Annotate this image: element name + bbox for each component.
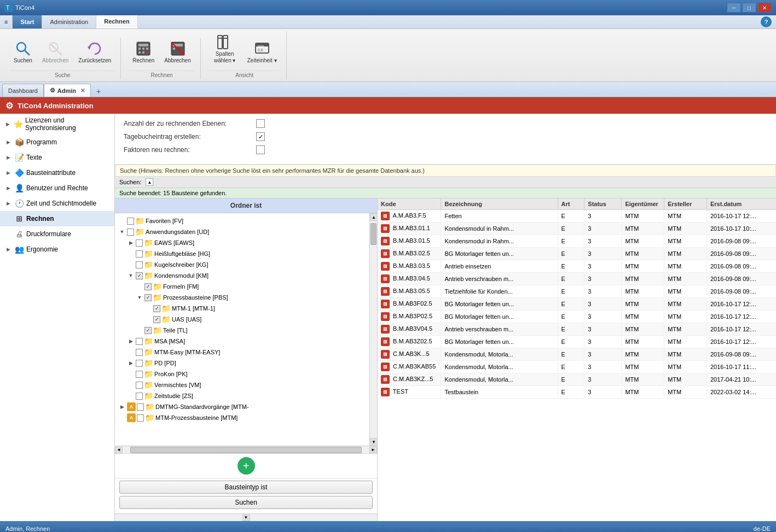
tagebuch-checkbox[interactable]: ✓ xyxy=(256,132,265,141)
cell-code[interactable]: ⊞ B.M.AB3F02.5 xyxy=(378,298,441,310)
check-dmtmg[interactable] xyxy=(137,404,144,411)
table-row[interactable]: ⊞ B.M.AB3V04.5 Antrieb verschrauben m...… xyxy=(378,323,776,336)
check-msa[interactable] xyxy=(136,338,143,345)
table-row[interactable]: ⊞ B.M.AB3P02.5 BG Motorlager fetten un..… xyxy=(378,311,776,323)
sidebar-item-rechnen[interactable]: ▶ ⊞ Rechnen xyxy=(0,211,114,226)
expand-vermischtes[interactable] xyxy=(127,381,135,389)
tree-item-formeln[interactable]: ✓ 📁 Formeln [FM] xyxy=(115,281,369,292)
table-row[interactable]: ⊞ B.M.AB3.05.5 Tiefziehfolie für Konden.… xyxy=(378,285,776,298)
tree-item-msa[interactable]: ▶ 📁 MSA [MSA] xyxy=(115,336,369,347)
cell-code[interactable]: ⊞ B.M.AB3P02.5 xyxy=(378,311,441,323)
expand-prozessbausteine[interactable]: ▼ xyxy=(136,294,143,301)
zuruecksetzen-button[interactable]: Zurücksetzen xyxy=(74,38,115,66)
hscroll-left[interactable]: ◄ xyxy=(115,447,123,453)
sidebar-expand-benutzer[interactable]: ▶ xyxy=(4,184,12,192)
tree-item-mtm-prozess[interactable]: A 📁 MTM-Prozessbausteine [MTM] xyxy=(115,412,369,423)
zeiteinheit-button[interactable]: min 0.0 Zeiteinheit ▾ xyxy=(244,38,281,66)
cell-code[interactable]: ⊞ C.M.AB3K...5 xyxy=(378,348,441,360)
sidebar-item-texte[interactable]: ▶ 📝 Texte xyxy=(0,150,114,165)
table-row[interactable]: ⊞ B.M.AB3.01.5 Kondensmodul in Rahm... E… xyxy=(378,235,776,248)
expand-kugelschreiber[interactable] xyxy=(127,261,135,268)
tree-hscroll[interactable]: ◄ ► xyxy=(115,446,377,453)
spalten-wahlen-button[interactable]: Spaltenwählen ▾ xyxy=(209,31,241,66)
rechnen-button[interactable]: Rechnen xyxy=(129,38,158,66)
sidebar-expand-ergonomie[interactable]: ▶ xyxy=(4,245,12,253)
col-header-status[interactable]: Status xyxy=(584,198,622,209)
expand-zeitstudie[interactable] xyxy=(127,392,135,400)
tree-scroll-up[interactable]: ▲ xyxy=(370,213,377,221)
check-eaws[interactable] xyxy=(136,239,143,247)
cell-code-link[interactable]: B.M.AB3.01.1 xyxy=(393,225,430,231)
tab-admin-close[interactable]: ✕ xyxy=(80,87,85,93)
cell-code-link[interactable]: B.M.AB3.03.5 xyxy=(393,262,430,269)
tab-hamburger[interactable]: ≡ xyxy=(0,15,13,28)
expand-eaws[interactable]: ▶ xyxy=(127,239,135,247)
sidebar-expand-bausteinattribute[interactable]: ▶ xyxy=(4,169,12,177)
expand-mtmeasy[interactable] xyxy=(127,348,135,356)
cell-code-link[interactable]: C.M.AB3KZ...5 xyxy=(393,376,433,382)
expand-mtm-prozess[interactable] xyxy=(118,414,126,422)
tab-start[interactable]: Start xyxy=(13,15,42,28)
cell-code[interactable]: ⊞ B.M.AB3.02.5 xyxy=(378,248,441,260)
cell-code[interactable]: ⊞ B.M.AB3.04.5 xyxy=(378,273,441,285)
cell-code-link[interactable]: TEST xyxy=(393,388,408,395)
col-header-ersteller[interactable]: Ersteller xyxy=(664,198,707,209)
tree-item-prozessbausteine[interactable]: ▼ ✓ 📁 Prozessbausteine [PBS] xyxy=(115,292,369,303)
expand-uas[interactable] xyxy=(144,315,152,323)
tree-add-btn[interactable]: + xyxy=(238,457,255,475)
tree-item-teile[interactable]: ✓ 📁 Teile [TL] xyxy=(115,325,369,336)
check-teile[interactable]: ✓ xyxy=(144,327,152,334)
cell-code-link[interactable]: B.M.AB3.01.5 xyxy=(393,237,430,244)
table-row[interactable]: ⊞ A.M.AB3.F.5 Fetten E 3 MTM MTM 2016-10… xyxy=(378,210,776,223)
expand-favoriten[interactable] xyxy=(118,217,126,225)
cell-code-link[interactable]: B.M.AB3F02.5 xyxy=(393,300,432,307)
sidebar-expand-texte[interactable]: ▶ xyxy=(4,154,12,161)
check-pd[interactable] xyxy=(136,360,143,367)
cell-code[interactable]: ⊞ B.M.AB3.03.5 xyxy=(378,260,441,272)
check-zeitstudie[interactable] xyxy=(136,393,143,400)
search-scroll-up[interactable]: ▲ xyxy=(146,178,153,186)
cell-code[interactable]: ⊞ A.M.AB3.F.5 xyxy=(378,210,441,222)
sidebar-item-zeit[interactable]: ▶ 🕐 Zeit und Schichtmodelle xyxy=(0,196,114,211)
check-favoriten[interactable] xyxy=(127,218,134,225)
hscroll-thumb[interactable] xyxy=(130,447,362,453)
tab-administration[interactable]: Administration xyxy=(42,15,96,28)
table-row[interactable]: ⊞ B.M.AB3.03.5 Antrieb einsetzen E 3 MTM… xyxy=(378,260,776,273)
tree-item-dmtmg[interactable]: ▶ A 📁 DMTMG-Standardvorgänge [MTM- xyxy=(115,401,369,412)
vscroll-down2[interactable]: ▼ xyxy=(242,515,250,521)
sidebar-item-ergonomie[interactable]: ▶ 👥 Ergonomie xyxy=(0,242,114,257)
table-row[interactable]: ⊞ C.M.AB3K...5 Kondensmodul, Motorla... … xyxy=(378,348,776,361)
col-header-bezeichnung[interactable]: Bezeichnung xyxy=(441,198,558,209)
expand-dmtmg[interactable]: ▶ xyxy=(118,403,126,411)
suchen-button[interactable]: Suchen xyxy=(10,38,36,66)
expand-pd[interactable]: ▶ xyxy=(127,359,135,367)
tree-item-zeitstudie[interactable]: 📁 Zeitstudie [ZS] xyxy=(115,390,369,401)
check-formeln[interactable]: ✓ xyxy=(144,283,152,290)
tree-item-favoriten[interactable]: 📁 Favoriten [FV] xyxy=(115,215,369,226)
col-header-erstdatum[interactable]: Erst.datum xyxy=(707,198,776,209)
check-kugelschreiber[interactable] xyxy=(136,261,143,268)
col-header-art[interactable]: Art xyxy=(558,198,585,209)
tree-item-prokon[interactable]: 📁 ProKon [PK] xyxy=(115,369,369,379)
table-row[interactable]: ⊞ B.M.AB3F02.5 BG Motorlager fetten un..… xyxy=(378,298,776,311)
cell-code-link[interactable]: C.M.AB3K...5 xyxy=(393,350,430,357)
expand-heissluft[interactable] xyxy=(127,250,135,258)
cell-code-link[interactable]: B.M.AB3.02.5 xyxy=(393,250,430,256)
col-header-code[interactable]: Kode xyxy=(378,198,441,209)
cell-code-link[interactable]: B.M.AB3V04.5 xyxy=(393,325,432,332)
tab-dashboard[interactable]: Dashboard xyxy=(2,84,44,97)
cell-code[interactable]: ⊞ TEST xyxy=(378,386,441,398)
cell-code-link[interactable]: B.M.AB3.04.5 xyxy=(393,275,430,282)
tree-item-mtm1[interactable]: ✓ 📁 MTM-1 [MTM-1] xyxy=(115,303,369,314)
tree-item-uas[interactable]: ✓ 📁 UAS [UAS] xyxy=(115,314,369,325)
cell-code[interactable]: ⊞ C.M.AB3KAB55 xyxy=(378,361,441,373)
check-prozessbausteine[interactable]: ✓ xyxy=(144,294,152,301)
tree-item-pd[interactable]: ▶ 📁 PD [PD] xyxy=(115,358,369,369)
help-btn[interactable]: ? xyxy=(761,16,772,27)
table-row[interactable]: ⊞ C.M.AB3KZ...5 Kondensmodul, Motorla...… xyxy=(378,373,776,386)
cell-code-link[interactable]: A.M.AB3.F.5 xyxy=(392,212,426,219)
ebenen-checkbox[interactable] xyxy=(256,119,265,128)
table-row[interactable]: ⊞ C.M.AB3KAB55 Kondensmodul, Motorla... … xyxy=(378,361,776,373)
table-row[interactable]: ⊞ B.M.AB3Z02.5 BG Motorlager fetten un..… xyxy=(378,336,776,348)
tree-item-eaws[interactable]: ▶ 📁 EAWS [EAWS] xyxy=(115,237,369,248)
